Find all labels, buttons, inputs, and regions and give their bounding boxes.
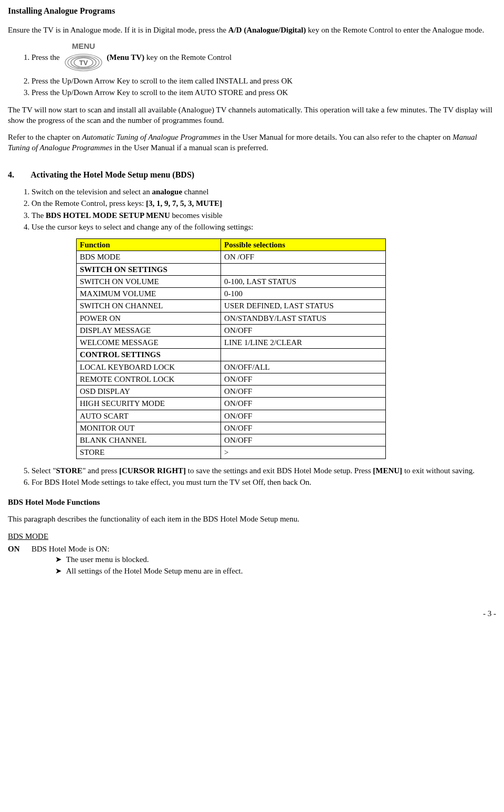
table-row: DISPLAY MESSAGEON/OFF — [77, 324, 386, 336]
s2-3a: The — [32, 211, 46, 220]
bds-bullet-list: The user menu is blocked. All settings o… — [8, 554, 496, 577]
s5f: [MENU] — [373, 466, 402, 475]
bds-on-text: BDS Hotel Mode is ON: — [32, 545, 109, 553]
table-row: POWER ONON/STANDBY/LAST STATUS — [77, 312, 386, 324]
cell-function: SWITCH ON SETTINGS — [77, 263, 221, 275]
step2-2: On the Remote Control, press keys: [3, 1… — [32, 198, 496, 209]
s2-1a: Switch on the television and select an — [32, 188, 152, 196]
table-row: AUTO SCARTON/OFF — [77, 410, 386, 422]
cell-selection: ON/OFF — [221, 373, 386, 385]
s2-1c: channel — [182, 188, 208, 196]
cell-selection: ON/STANDBY/LAST STATUS — [221, 312, 386, 324]
cell-function: SWITCH ON VOLUME — [77, 275, 221, 287]
s2-3c: becomes visible — [170, 211, 223, 220]
cell-selection: ON/OFF — [221, 422, 386, 434]
s5c: " and press — [82, 466, 119, 475]
table-row: MONITOR OUTON/OFF — [77, 422, 386, 434]
cell-selection: ON/OFF/ALL — [221, 361, 386, 373]
s2-2a: On the Remote Control, press keys: — [32, 199, 146, 207]
para1c: key on the Remote Control to enter the A… — [306, 26, 485, 34]
step1b: (Menu TV) — [107, 53, 144, 61]
bds-mode-desc: ONBDS Hotel Mode is ON: — [8, 544, 496, 554]
cell-selection — [221, 263, 386, 275]
s2-3b: BDS HOTEL MODE SETUP MENU — [46, 211, 170, 220]
para4: This paragraph describes the functionali… — [8, 514, 496, 524]
cell-function: HIGH SECURITY MODE — [77, 398, 221, 410]
cell-selection: ON/OFF — [221, 386, 386, 398]
bds-on-label: ON — [8, 544, 32, 554]
table-row: BLANK CHANNELON/OFF — [77, 434, 386, 446]
cell-selection: 0-100, LAST STATUS — [221, 275, 386, 287]
para2: The TV will now start to scan and instal… — [8, 105, 496, 126]
s2-1b: analogue — [152, 188, 183, 196]
table-row: SWITCH ON CHANNELUSER DEFINED, LAST STAT… — [77, 300, 386, 312]
cell-function: WELCOME MESSAGE — [77, 337, 221, 349]
table-row: REMOTE CONTROL LOCKON/OFF — [77, 373, 386, 385]
bullet-1: The user menu is blocked. — [55, 554, 496, 565]
cell-selection: ON/OFF — [221, 324, 386, 336]
table-row: WELCOME MESSAGELINE 1/LINE 2/CLEAR — [77, 337, 386, 349]
para1a: Ensure the TV is in Analogue mode. If it… — [8, 26, 228, 34]
table-row: CONTROL SETTINGS — [77, 349, 386, 361]
cell-function: LOCAL KEYBOARD LOCK — [77, 361, 221, 373]
steps-list-1: Press the MENU TV (Menu TV) key on the R… — [21, 41, 496, 98]
intro-paragraph: Ensure the TV is in Analogue mode. If it… — [8, 25, 496, 35]
heading-installing: Installing Analogue Programs — [8, 5, 496, 17]
step2-1: Switch on the television and select an a… — [32, 186, 496, 197]
cell-function: BDS MODE — [77, 251, 221, 263]
settings-table: Function Possible selections BDS MODEON … — [76, 238, 386, 459]
para3c: in the User Manual for more details. You… — [220, 133, 453, 141]
cell-function: POWER ON — [77, 312, 221, 324]
page-number: - 3 - — [8, 608, 496, 619]
cell-selection: USER DEFINED, LAST STATUS — [221, 300, 386, 312]
cell-function: OSD DISPLAY — [77, 386, 221, 398]
subheading-bds-functions: BDS Hotel Mode Functions — [8, 497, 496, 507]
table-row: STORE> — [77, 446, 386, 459]
section4-title: Activating the Hotel Mode Setup menu (BD… — [30, 170, 194, 179]
table-row: BDS MODEON /OFF — [77, 251, 386, 263]
cell-function: MAXIMUM VOLUME — [77, 288, 221, 300]
cell-selection: 0-100 — [221, 288, 386, 300]
step-2: Press the Up/Down Arrow Key to scroll to… — [32, 76, 496, 86]
para3: Refer to the chapter on Automatic Tuning… — [8, 132, 496, 153]
bullet-2: All settings of the Hotel Mode Setup men… — [55, 566, 496, 576]
s5d: [CURSOR RIGHT] — [119, 466, 186, 475]
th-function: Function — [77, 239, 221, 251]
s5b: STORE — [56, 466, 83, 475]
table-row: LOCAL KEYBOARD LOCKON/OFF/ALL — [77, 361, 386, 373]
table-row: OSD DISPLAYON/OFF — [77, 386, 386, 398]
para3e: in the User Manual if a manual scan is p… — [112, 143, 268, 152]
step-3: Press the Up/Down Arrow Key to scroll to… — [32, 87, 496, 98]
section4-num: 4. — [8, 169, 29, 181]
step-6: For BDS Hotel Mode settings to take effe… — [32, 477, 496, 487]
table-row: SWITCH ON VOLUME0-100, LAST STATUS — [77, 275, 386, 287]
menu-label: MENU — [71, 41, 94, 50]
step1c: key on the Remote Control — [144, 53, 232, 61]
s5e: to save the settings and exit BDS Hotel … — [186, 466, 373, 475]
para3b: Automatic Tuning of Analogue Programmes — [82, 133, 220, 141]
table-row: HIGH SECURITY MODEON/OFF — [77, 398, 386, 410]
steps-list-3: Select "STORE" and press [CURSOR RIGHT] … — [21, 465, 496, 488]
para3a: Refer to the chapter on — [8, 133, 82, 141]
steps-list-2: Switch on the television and select an a… — [21, 186, 496, 232]
cell-selection — [221, 349, 386, 361]
s5g: to exit without saving. — [402, 466, 475, 475]
cell-selection: ON/OFF — [221, 398, 386, 410]
cell-function: REMOTE CONTROL LOCK — [77, 373, 221, 385]
cell-function: AUTO SCART — [77, 410, 221, 422]
step-1: Press the MENU TV (Menu TV) key on the R… — [32, 41, 496, 75]
cell-function: CONTROL SETTINGS — [77, 349, 221, 361]
step2-3: The BDS HOTEL MODE SETUP MENU becomes vi… — [32, 210, 496, 221]
cell-function: MONITOR OUT — [77, 422, 221, 434]
s2-2b: [3, 1, 9, 7, 5, 3, MUTE] — [146, 199, 222, 207]
section-4-heading: 4. Activating the Hotel Mode Setup menu … — [8, 169, 496, 181]
bds-mode-label: BDS MODE — [8, 531, 496, 542]
cell-selection: LINE 1/LINE 2/CLEAR — [221, 337, 386, 349]
step-5: Select "STORE" and press [CURSOR RIGHT] … — [32, 465, 496, 476]
step1a: Press the — [32, 53, 62, 61]
cell-function: STORE — [77, 446, 221, 459]
cell-function: BLANK CHANNEL — [77, 434, 221, 446]
table-row: MAXIMUM VOLUME0-100 — [77, 288, 386, 300]
table-header-row: Function Possible selections — [77, 239, 386, 251]
cell-selection: ON/OFF — [221, 410, 386, 422]
